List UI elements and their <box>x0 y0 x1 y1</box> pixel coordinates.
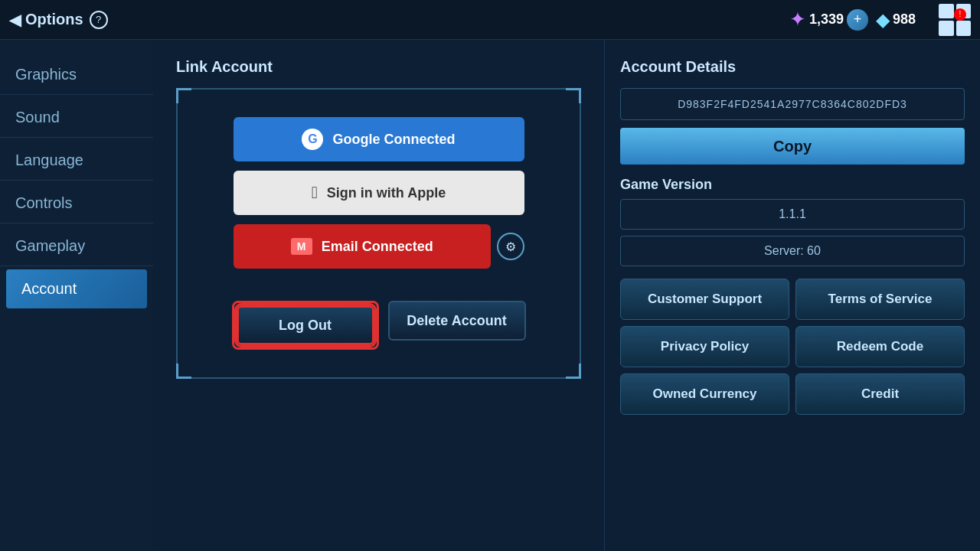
account-details-panel: Account Details D983F2F4FD2541A2977C8364… <box>605 40 980 551</box>
stars-value: 1,339 <box>809 11 844 28</box>
logout-label: Log Out <box>279 318 332 333</box>
corner-bl <box>176 364 191 379</box>
back-icon: ◀ <box>9 11 21 29</box>
add-stars-button[interactable]: + <box>847 9 868 31</box>
logout-wrapper: Log Out <box>232 301 379 350</box>
sidebar-item-controls[interactable]: Controls <box>0 184 153 223</box>
help-button[interactable]: ? <box>90 11 108 29</box>
account-details-title: Account Details <box>620 58 965 76</box>
google-button-label: Google Connected <box>332 132 455 148</box>
owned-currency-button[interactable]: Owned Currency <box>620 373 789 415</box>
sidebar-item-graphics[interactable]: Graphics <box>0 55 153 95</box>
logout-button[interactable]: Log Out <box>237 305 374 345</box>
customer-support-label: Customer Support <box>648 292 762 306</box>
terms-of-service-label: Terms of Service <box>828 292 933 306</box>
server-box: Server: 60 <box>620 236 965 266</box>
sidebar-item-sound[interactable]: Sound <box>0 98 153 138</box>
delete-label: Delete Account <box>407 313 506 328</box>
back-button[interactable]: ◀ Options <box>9 11 83 29</box>
corner-tl <box>176 88 191 103</box>
apple-signin-button[interactable]:  Sign in with Apple <box>234 171 524 215</box>
sidebar-item-account[interactable]: Account <box>6 269 147 308</box>
sidebar: Graphics Sound Language Controls Gamepla… <box>0 40 153 551</box>
link-account-title: Link Account <box>176 58 581 76</box>
gems-resource: ◆ 988 <box>876 9 916 31</box>
main-content: Link Account G Google Connected  Sign i… <box>153 40 980 551</box>
email-button-label: Email Connected <box>322 239 433 255</box>
email-connect-button[interactable]: M Email Connected <box>234 224 491 269</box>
sidebar-item-language[interactable]: Language <box>0 141 153 181</box>
link-account-box: G Google Connected  Sign in with Apple … <box>176 88 581 379</box>
credit-button[interactable]: Credit <box>795 373 965 415</box>
sidebar-item-gameplay[interactable]: Gameplay <box>0 227 153 266</box>
privacy-policy-button[interactable]: Privacy Policy <box>620 326 789 367</box>
corner-br <box>566 364 581 379</box>
topbar: ◀ Options ? ✦ 1,339 + ◆ 988 ! <box>0 0 980 40</box>
grid-cell-3 <box>939 21 954 36</box>
redeem-code-label: Redeem Code <box>837 339 923 354</box>
credit-label: Credit <box>861 386 899 401</box>
game-version-label: Game Version <box>620 177 965 193</box>
email-settings-button[interactable]: ⚙ <box>497 233 524 260</box>
server-value: Server: 60 <box>764 244 821 257</box>
google-connect-button[interactable]: G Google Connected <box>234 117 524 161</box>
privacy-policy-label: Privacy Policy <box>661 339 749 354</box>
email-icon: M <box>291 238 312 255</box>
grid-menu-button[interactable] <box>939 4 971 36</box>
stars-resource: ✦ 1,339 + <box>789 8 868 31</box>
copy-button[interactable]: Copy <box>620 128 965 165</box>
apple-button-label: Sign in with Apple <box>327 185 446 201</box>
redeem-code-button[interactable]: Redeem Code <box>795 326 965 367</box>
delete-account-button[interactable]: Delete Account <box>388 301 526 341</box>
page-title: Options <box>25 11 83 28</box>
email-row: M Email Connected ⚙ <box>234 224 524 269</box>
owned-currency-label: Owned Currency <box>652 386 756 401</box>
resources-bar: ✦ 1,339 + ◆ 988 ! <box>789 4 971 36</box>
link-account-panel: Link Account G Google Connected  Sign i… <box>153 40 605 551</box>
corner-tr <box>566 88 581 103</box>
help-label: ? <box>96 14 101 25</box>
version-value: 1.1.1 <box>779 207 806 220</box>
apple-icon:  <box>312 183 318 203</box>
customer-support-button[interactable]: Customer Support <box>620 279 789 320</box>
grid-cell-4 <box>956 21 972 36</box>
copy-label: Copy <box>773 138 812 155</box>
gems-value: 988 <box>893 11 916 28</box>
terms-of-service-button[interactable]: Terms of Service <box>795 279 965 320</box>
version-box: 1.1.1 <box>620 199 965 230</box>
action-buttons: Log Out Delete Account <box>232 301 526 350</box>
support-grid: Customer Support Terms of Service Privac… <box>620 279 965 415</box>
account-id-value: D983F2F4FD2541A2977C8364C802DFD3 <box>678 98 907 110</box>
star-icon: ✦ <box>789 8 806 31</box>
google-icon: G <box>302 129 323 150</box>
grid-menu-wrapper: ! <box>931 4 971 36</box>
gem-icon: ◆ <box>876 9 890 31</box>
account-id-box: D983F2F4FD2541A2977C8364C802DFD3 <box>620 88 965 120</box>
notification-badge: ! <box>954 8 966 21</box>
grid-cell-1 <box>939 4 954 19</box>
